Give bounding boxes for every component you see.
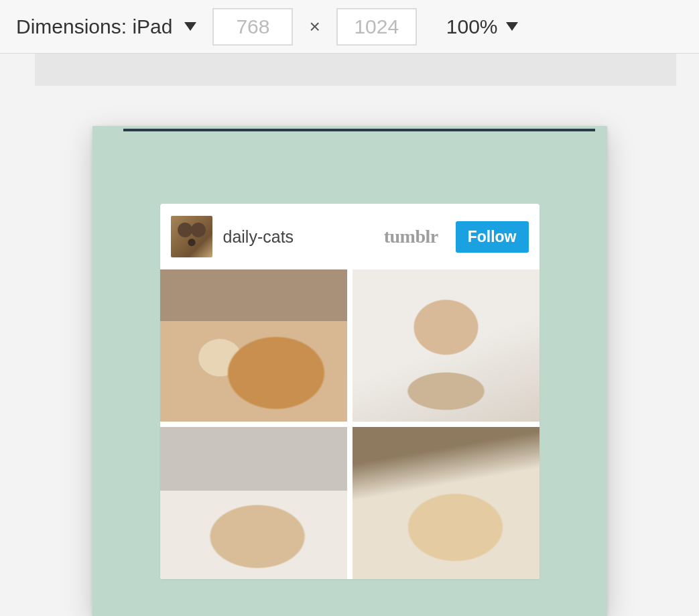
embed-header: daily-cats tumblr Follow — [160, 204, 539, 269]
device-name: iPad — [132, 15, 172, 38]
photoset-grid — [160, 269, 539, 579]
viewport-height-input[interactable] — [336, 8, 417, 46]
chevron-down-icon — [506, 22, 518, 31]
photoset-image[interactable] — [160, 427, 347, 579]
devtools-device-toolbar: Dimensions: iPad × 100% — [0, 0, 699, 54]
ruler-track[interactable] — [35, 54, 676, 86]
page-top-border — [123, 129, 595, 131]
viewport-width-input[interactable] — [212, 8, 293, 46]
avatar[interactable] — [171, 216, 212, 257]
photoset-image[interactable] — [353, 269, 539, 422]
dimensions-label-text: Dimensions: — [16, 15, 127, 38]
dimensions-separator: × — [309, 16, 320, 38]
emulation-stage: daily-cats tumblr Follow — [0, 86, 699, 616]
photoset-image[interactable] — [353, 427, 539, 579]
photoset-image[interactable] — [160, 269, 347, 422]
device-ruler — [0, 54, 699, 86]
dimensions-label: Dimensions: iPad — [16, 15, 172, 38]
follow-button[interactable]: Follow — [456, 221, 529, 253]
ruler-gutter — [0, 54, 35, 86]
tumblr-logo[interactable]: tumblr — [384, 226, 438, 247]
zoom-value: 100% — [446, 15, 498, 38]
device-preset-selector[interactable]: Dimensions: iPad — [16, 15, 196, 38]
tumblr-embed-card: daily-cats tumblr Follow — [160, 204, 539, 579]
emulated-viewport[interactable]: daily-cats tumblr Follow — [92, 126, 607, 616]
chevron-down-icon — [184, 22, 196, 31]
zoom-selector[interactable]: 100% — [446, 15, 518, 38]
blog-name-link[interactable]: daily-cats — [223, 227, 373, 247]
